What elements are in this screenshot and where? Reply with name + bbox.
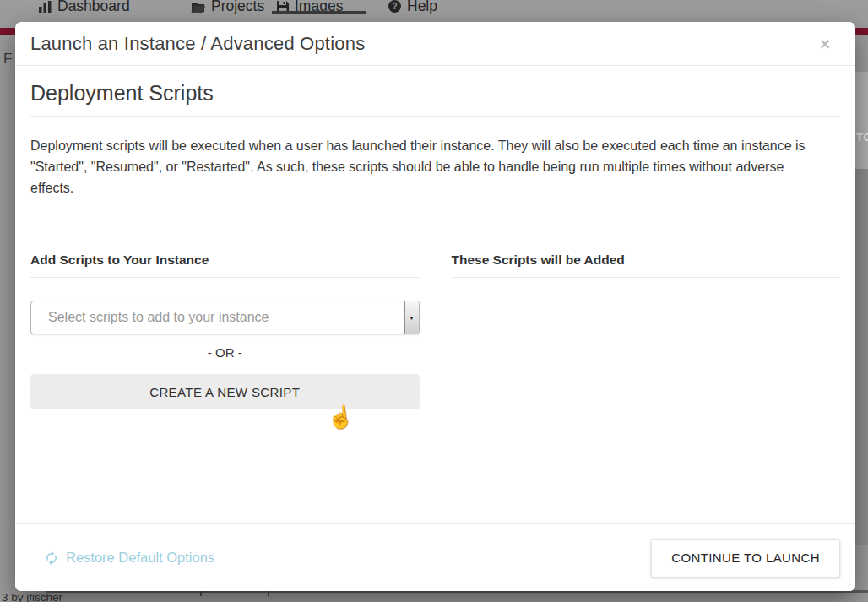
nav-item-help[interactable]: ? Help bbox=[388, 0, 437, 15]
modal-header: Launch an Instance / Advanced Options × bbox=[15, 22, 855, 66]
restore-default-options-label: Restore Default Options bbox=[66, 550, 214, 566]
nav-item-projects[interactable]: Projects bbox=[191, 0, 264, 15]
nav-item-label: Dashboard bbox=[57, 0, 130, 15]
or-divider: - OR - bbox=[30, 345, 420, 360]
background-left-text: F bbox=[3, 51, 12, 68]
restore-default-options-link[interactable]: Restore Default Options bbox=[44, 550, 214, 566]
refresh-icon bbox=[44, 550, 59, 566]
nav-item-label: Help bbox=[407, 0, 437, 15]
section-heading: Deployment Scripts bbox=[30, 81, 840, 117]
continue-to-launch-button[interactable]: CONTINUE TO LAUNCH bbox=[651, 539, 840, 578]
bar-chart-icon bbox=[39, 1, 52, 13]
modal-footer: Restore Default Options CONTINUE TO LAUN… bbox=[15, 523, 855, 591]
nav-item-dashboard[interactable]: Dashboard bbox=[39, 0, 130, 15]
background-bottom-text: 3 by jfischer bbox=[2, 591, 62, 602]
section-description: Deployment scripts will be executed when… bbox=[30, 135, 824, 198]
question-circle-icon: ? bbox=[388, 0, 401, 13]
scripts-select[interactable]: Select scripts to add to your instance ▼ bbox=[30, 301, 420, 334]
modal-title: Launch an Instance / Advanced Options bbox=[30, 33, 365, 55]
added-scripts-column: These Scripts will be Added bbox=[452, 252, 841, 409]
add-scripts-heading: Add Scripts to Your Instance bbox=[30, 252, 420, 278]
hand-pointer-cursor: ☝ bbox=[325, 403, 355, 431]
modal-body: Deployment Scripts Deployment scripts wi… bbox=[15, 81, 855, 409]
create-new-script-button[interactable]: CREATE A NEW SCRIPT bbox=[30, 374, 420, 409]
added-scripts-heading: These Scripts will be Added bbox=[452, 252, 841, 278]
folder-icon bbox=[191, 1, 205, 13]
svg-text:?: ? bbox=[392, 2, 397, 11]
active-tab-indicator bbox=[272, 11, 366, 14]
scripts-select-placeholder: Select scripts to add to your instance bbox=[31, 301, 404, 334]
launch-instance-modal: Launch an Instance / Advanced Options × … bbox=[15, 22, 855, 591]
background-right-panel-dark bbox=[855, 169, 868, 545]
background-right-text: TO bbox=[856, 131, 868, 144]
close-icon[interactable]: × bbox=[820, 35, 830, 52]
background-right-panel bbox=[855, 72, 868, 169]
chevron-down-icon[interactable]: ▼ bbox=[404, 301, 419, 334]
add-scripts-column: Add Scripts to Your Instance Select scri… bbox=[30, 252, 420, 409]
nav-item-label: Projects bbox=[211, 0, 264, 15]
script-columns: Add Scripts to Your Instance Select scri… bbox=[30, 252, 840, 409]
